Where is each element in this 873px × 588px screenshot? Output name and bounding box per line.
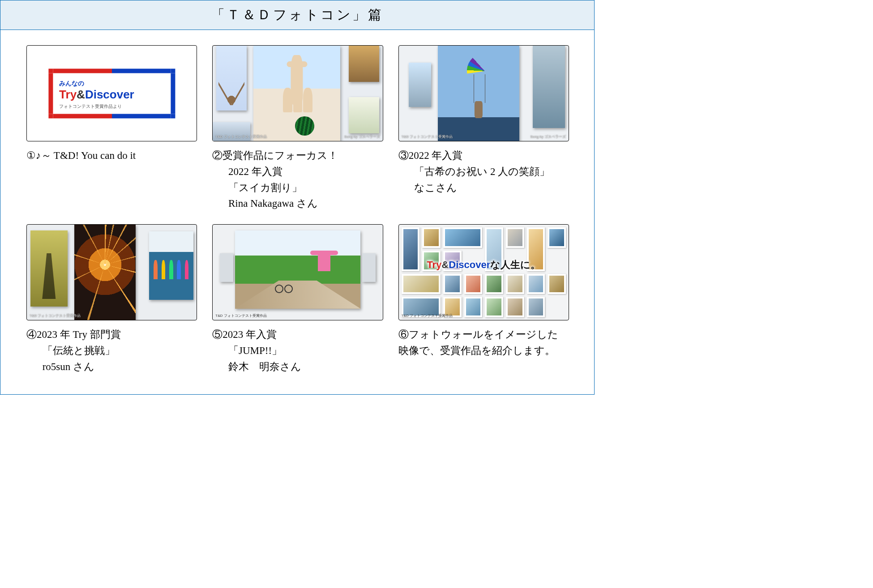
page-title: 「Ｔ＆Ｄフォトコン」篇: [0, 0, 594, 30]
frame: [533, 46, 565, 128]
frame-main: [235, 230, 361, 309]
frame: [30, 230, 68, 307]
frame: [216, 46, 247, 111]
caption: ②受賞作品にフォーカス！ 2022 年入賞 「スイカ割り」 Rina Nakag…: [212, 148, 382, 212]
caption: ④2023 年 Try 部門賞 「伝統と挑戦」 ro5sun さん: [26, 327, 196, 375]
frame-main: [74, 225, 136, 320]
card-logo: Try&Discover: [59, 87, 164, 101]
thumbnail: T&D フォトコンテスト受賞作品 Song by ゴスペラーズ: [212, 45, 383, 141]
photo-wall: [399, 225, 569, 320]
storyboard-grid: みんなの Try&Discover フォトコンテスト受賞作品より ①♪～ T&D…: [0, 30, 594, 394]
caption: ⑤2023 年入賞 「JUMP!!」 鈴木 明奈さん: [212, 327, 382, 375]
card-sub: フォトコンテスト受賞作品より: [59, 103, 164, 109]
frame: [220, 253, 233, 282]
storyboard-cell: T&D フォトコンテスト受賞作品 ⑤2023 年入賞 「JUMP!!」 鈴木 明…: [212, 224, 382, 375]
frame: [362, 253, 376, 282]
storyboard-cell: T&D フォトコンテスト受賞作品 Song by ゴスペラーズ ③2022 年入…: [398, 45, 568, 212]
thumbnail: T&D フォトコンテスト受賞作品: [26, 224, 197, 320]
frame: [409, 63, 431, 107]
credit-right: Song by ゴスペラーズ: [530, 134, 566, 139]
frame: [349, 97, 379, 133]
frame: [349, 46, 379, 82]
frame-main: [253, 46, 340, 141]
caption: ⑥フォトウォールをイメージした映像で、受賞作品を紹介します。: [398, 327, 568, 358]
credit-left: T&D フォトコンテスト受賞作品: [402, 134, 453, 139]
frame: [149, 231, 193, 300]
card-line1: みんなの: [59, 79, 164, 87]
thumbnail: みんなの Try&Discover フォトコンテスト受賞作品より: [26, 45, 197, 141]
storyboard-page: 「Ｔ＆Ｄフォトコン」篇 みんなの Try&Discover フォトコンテスト受賞…: [0, 0, 595, 395]
caption: ③2022 年入賞 「古希のお祝い 2 人の笑顔」 なこさん: [398, 148, 568, 196]
credit-right: Song by ゴスペラーズ: [344, 134, 380, 139]
storyboard-cell: みんなの Try&Discover フォトコンテスト受賞作品より ①♪～ T&D…: [26, 45, 196, 212]
credit-left: T&D フォトコンテスト受賞作品: [402, 313, 453, 318]
overlay-text: Try&Discoverな人生に。: [427, 258, 540, 272]
thumbnail: T&D フォトコンテスト受賞作品: [212, 224, 383, 320]
frame-main: [438, 46, 519, 141]
storyboard-cell: Try&Discoverな人生に。 T&D フォトコンテスト受賞作品 ⑥フォトウ…: [398, 224, 568, 375]
storyboard-cell: T&D フォトコンテスト受賞作品 ④2023 年 Try 部門賞 「伝統と挑戦」…: [26, 224, 196, 375]
thumbnail: T&D フォトコンテスト受賞作品 Song by ゴスペラーズ: [398, 45, 569, 141]
storyboard-cell: T&D フォトコンテスト受賞作品 Song by ゴスペラーズ ②受賞作品にフォ…: [212, 45, 382, 212]
credit-left: T&D フォトコンテスト受賞作品: [215, 134, 266, 139]
credit-left: T&D フォトコンテスト受賞作品: [215, 313, 266, 318]
title-card: みんなの Try&Discover フォトコンテスト受賞作品より: [48, 68, 175, 118]
credit-left: T&D フォトコンテスト受賞作品: [30, 313, 81, 318]
caption: ①♪～ T&D! You can do it: [26, 148, 196, 164]
thumbnail: Try&Discoverな人生に。 T&D フォトコンテスト受賞作品: [398, 224, 569, 320]
